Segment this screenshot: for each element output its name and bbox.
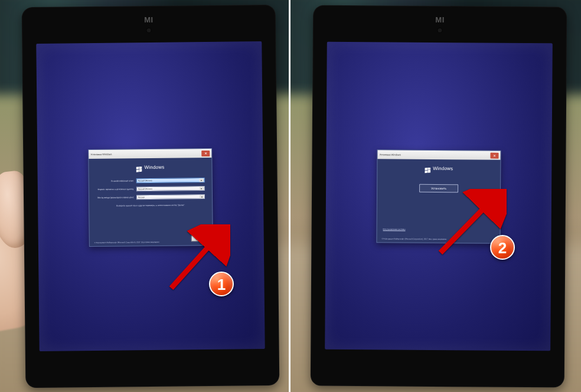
windows-setup-dialog-install: Установка Windows ✕ Windows Установить В… bbox=[376, 149, 501, 243]
svg-rect-8 bbox=[427, 170, 430, 173]
time-label: Формат времени и денежных единиц: bbox=[96, 188, 134, 191]
svg-rect-2 bbox=[136, 169, 139, 172]
photo-step-1: MI Установка Windows ✕ Windows bbox=[0, 0, 290, 392]
tablet-device: MI Установка Windows ✕ Windows bbox=[22, 5, 280, 388]
setup-hint: Выберите нужный язык и другие параметры,… bbox=[96, 204, 205, 207]
keyboard-dropdown[interactable]: Русская▾ bbox=[136, 194, 205, 200]
tablet-screen: Установка Windows ✕ Windows Устанавливае… bbox=[36, 41, 265, 351]
keyboard-label: Метод ввода (раскладка клавиатуры): bbox=[96, 196, 134, 199]
windows-wordmark: Windows bbox=[144, 164, 164, 169]
photo-step-2: MI Установка Windows ✕ Windows Установит… bbox=[290, 0, 581, 392]
windows-flag-icon bbox=[425, 165, 430, 171]
svg-rect-5 bbox=[425, 168, 427, 170]
tablet-device: MI Установка Windows ✕ Windows Установит… bbox=[311, 5, 567, 388]
windows-logo: Windows bbox=[377, 165, 500, 171]
windows-flag-icon bbox=[136, 164, 142, 170]
front-camera bbox=[147, 28, 151, 32]
copyright-text: © Корпорация Майкрософт (Microsoft Corpo… bbox=[381, 237, 500, 243]
windows-wordmark: Windows bbox=[433, 165, 453, 171]
svg-rect-0 bbox=[136, 166, 139, 169]
time-dropdown[interactable]: Русский (Россия)▾ bbox=[136, 186, 205, 191]
close-icon[interactable]: ✕ bbox=[490, 152, 498, 158]
lang-dropdown[interactable]: Русский (Россия)▾ bbox=[136, 178, 205, 183]
annotation-badge-1: 1 bbox=[209, 272, 234, 296]
chevron-down-icon: ▾ bbox=[200, 195, 204, 198]
chevron-down-icon: ▾ bbox=[200, 178, 204, 182]
annotation-badge-2: 2 bbox=[490, 235, 515, 260]
dialog-title: Установка Windows bbox=[379, 153, 490, 156]
svg-rect-1 bbox=[139, 166, 142, 169]
device-brand-logo: MI bbox=[435, 15, 445, 24]
windows-setup-dialog-lang: Установка Windows ✕ Windows Устанавливае… bbox=[88, 148, 213, 247]
install-button[interactable]: Установить bbox=[419, 184, 458, 192]
lang-label: Устанавливаемый язык: bbox=[96, 179, 134, 182]
svg-rect-3 bbox=[139, 169, 142, 172]
next-button[interactable]: Далее bbox=[191, 235, 208, 241]
close-icon[interactable]: ✕ bbox=[201, 150, 210, 156]
svg-rect-7 bbox=[425, 171, 427, 173]
windows-logo: Windows bbox=[89, 164, 211, 171]
svg-rect-6 bbox=[427, 168, 430, 170]
dialog-title: Установка Windows bbox=[90, 152, 201, 156]
tablet-screen: Установка Windows ✕ Windows Установить В… bbox=[325, 42, 553, 351]
repair-link[interactable]: Восстановление системы bbox=[383, 228, 406, 230]
language-form: Устанавливаемый язык: Русский (Россия)▾ … bbox=[96, 178, 205, 200]
front-camera bbox=[438, 28, 442, 32]
dialog-titlebar: Установка Windows ✕ bbox=[377, 150, 500, 159]
device-brand-logo: MI bbox=[144, 15, 154, 24]
chevron-down-icon: ▾ bbox=[200, 187, 204, 190]
